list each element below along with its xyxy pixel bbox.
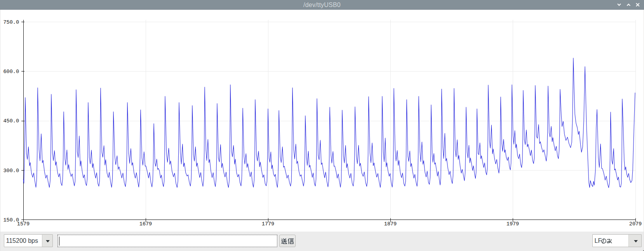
svg-text:1579: 1579 bbox=[17, 221, 30, 227]
svg-text:1879: 1879 bbox=[384, 221, 397, 227]
svg-text:1779: 1779 bbox=[262, 221, 274, 227]
svg-text:450.0: 450.0 bbox=[3, 118, 19, 124]
svg-text:600.0: 600.0 bbox=[3, 69, 19, 75]
svg-text:2079: 2079 bbox=[629, 221, 642, 227]
svg-text:300.0: 300.0 bbox=[3, 168, 19, 174]
svg-text:1979: 1979 bbox=[506, 221, 519, 227]
svg-text:750.0: 750.0 bbox=[3, 19, 19, 25]
svg-text:1679: 1679 bbox=[139, 221, 152, 227]
